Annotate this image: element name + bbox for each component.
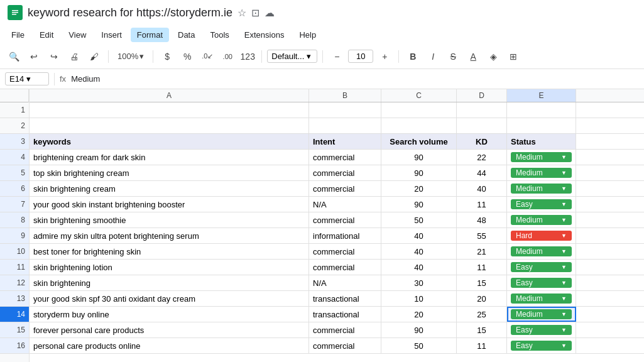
cell-4[interactable] (507, 118, 576, 133)
cell-4[interactable]: Easy▼ (507, 260, 576, 275)
cell-4[interactable]: Easy▼ (507, 322, 576, 337)
borders-btn[interactable]: ⊞ (505, 48, 522, 65)
number-format-btn[interactable]: 123 (239, 48, 256, 65)
cell-4[interactable]: Hard▼ (507, 228, 576, 243)
decimal-more-btn[interactable]: .00 (219, 48, 236, 65)
strikethrough-btn[interactable]: S (444, 48, 462, 65)
fill-color-btn[interactable]: ◈ (484, 48, 502, 65)
cell-1[interactable]: informational (309, 228, 381, 243)
status-badge[interactable]: Medium▼ (511, 215, 572, 225)
italic-btn[interactable]: I (424, 48, 442, 65)
cell-3[interactable]: 44 (457, 165, 507, 180)
paint-format-btn[interactable]: 🖌 (85, 48, 103, 65)
cell-0[interactable]: skin brightening smoothie (30, 212, 309, 228)
cell-1[interactable] (309, 102, 381, 118)
font-size-increase[interactable]: + (376, 48, 393, 65)
status-badge[interactable]: Medium▼ (511, 184, 572, 194)
cell-4[interactable]: Medium▼ (507, 212, 576, 228)
underline-btn[interactable]: A (464, 48, 482, 65)
cell-2[interactable]: 20 (381, 181, 457, 196)
redo-btn[interactable]: ↪ (45, 48, 63, 65)
font-select[interactable]: Default... ▾ (267, 50, 317, 63)
cell-2[interactable]: 40 (381, 260, 457, 275)
cell-2[interactable]: 10 (381, 291, 457, 306)
cell-1[interactable] (309, 118, 381, 133)
cell-4[interactable]: Medium▼ (507, 165, 576, 180)
cell-4[interactable]: Easy▼ (507, 338, 576, 353)
menu-data[interactable]: Data (172, 28, 201, 42)
cell-3[interactable] (457, 118, 507, 133)
font-size-input[interactable]: 10 (348, 50, 373, 63)
cell-1[interactable]: transactional (309, 307, 381, 322)
cell-1[interactable]: N/A (309, 275, 381, 290)
cell-1[interactable]: commercial (309, 244, 381, 259)
cell-1[interactable]: commercial (309, 338, 381, 353)
cell-3[interactable]: 55 (457, 228, 507, 243)
col-header-E[interactable]: E (507, 89, 576, 102)
cell-0[interactable]: brightening cream for dark skin (30, 150, 309, 165)
status-badge[interactable]: Medium▼ (511, 293, 572, 304)
cell-0[interactable]: personal care products online (30, 338, 309, 353)
cell-2[interactable]: 30 (381, 275, 457, 290)
col-header-D[interactable]: D (457, 89, 507, 102)
cell-0[interactable]: forever personal care products (30, 322, 309, 337)
cell-0[interactable]: skin brightening cream (30, 181, 309, 196)
status-badge[interactable]: Medium▼ (511, 152, 572, 162)
cell-0[interactable]: admire my skin ultra potent brightening … (30, 228, 309, 243)
cell-4[interactable]: Medium▼ (507, 150, 576, 165)
cell-2[interactable]: 40 (381, 228, 457, 243)
cell-0[interactable]: best toner for brightening skin (30, 244, 309, 259)
cell-3[interactable]: 15 (457, 275, 507, 290)
star-icon[interactable]: ☆ (237, 7, 246, 19)
search-btn[interactable]: 🔍 (5, 48, 23, 65)
cell-1[interactable]: commercial (309, 322, 381, 337)
cell-3[interactable]: 48 (457, 212, 507, 228)
cell-3[interactable]: 40 (457, 181, 507, 196)
menu-help[interactable]: Help (293, 28, 322, 42)
cell-3[interactable] (457, 102, 507, 118)
status-badge[interactable]: Easy▼ (511, 278, 572, 288)
cell-1[interactable]: commercial (309, 165, 381, 180)
bold-btn[interactable]: B (404, 48, 422, 65)
cell-4[interactable]: Medium▼ (507, 181, 576, 196)
col-header-B[interactable]: B (309, 89, 381, 102)
cell-2[interactable] (381, 102, 457, 118)
cell-3[interactable]: 25 (457, 307, 507, 322)
status-badge[interactable]: Easy▼ (511, 199, 572, 209)
status-badge[interactable]: Easy▼ (511, 341, 572, 351)
menu-format[interactable]: Format (131, 28, 169, 42)
folder-icon[interactable]: ⊡ (251, 7, 259, 19)
status-badge[interactable]: Easy▼ (511, 262, 572, 272)
cell-0[interactable]: skin brightening (30, 275, 309, 290)
cell-4[interactable]: Easy▼ (507, 197, 576, 212)
cell-0[interactable]: top skin brightening cream (30, 165, 309, 180)
cell-ref-box[interactable]: E14 ▾ (5, 72, 49, 85)
cell-4[interactable] (507, 102, 576, 118)
cell-0[interactable] (30, 118, 309, 133)
col-header-C[interactable]: C (381, 89, 457, 102)
cell-1[interactable]: N/A (309, 197, 381, 212)
cell-3[interactable]: 20 (457, 291, 507, 306)
cell-0[interactable]: your good skin instant brightening boost… (30, 197, 309, 212)
cell-4[interactable]: Medium▼ (507, 244, 576, 259)
decimal-less-btn[interactable]: .0↙ (199, 48, 216, 65)
status-badge[interactable]: Hard▼ (511, 231, 572, 241)
menu-insert[interactable]: Insert (95, 28, 128, 42)
cell-2[interactable] (381, 118, 457, 133)
zoom-select[interactable]: 100% ▾ (114, 50, 148, 62)
cell-2[interactable]: 90 (381, 197, 457, 212)
cell-4[interactable]: Medium▼ (507, 307, 576, 322)
currency-btn[interactable]: $ (158, 48, 176, 65)
cell-0[interactable]: your good skin spf 30 anti oxidant day c… (30, 291, 309, 306)
cell-3[interactable]: 11 (457, 197, 507, 212)
print-btn[interactable]: 🖨 (65, 48, 83, 65)
cell-2[interactable]: 90 (381, 322, 457, 337)
cell-1[interactable]: transactional (309, 291, 381, 306)
status-badge[interactable]: Medium▼ (511, 168, 572, 178)
cell-3[interactable]: 22 (457, 150, 507, 165)
menu-file[interactable]: File (5, 28, 31, 42)
cell-3[interactable]: 21 (457, 244, 507, 259)
cell-3[interactable]: 15 (457, 322, 507, 337)
cell-3[interactable]: 11 (457, 260, 507, 275)
status-badge[interactable]: Medium▼ (511, 246, 572, 256)
